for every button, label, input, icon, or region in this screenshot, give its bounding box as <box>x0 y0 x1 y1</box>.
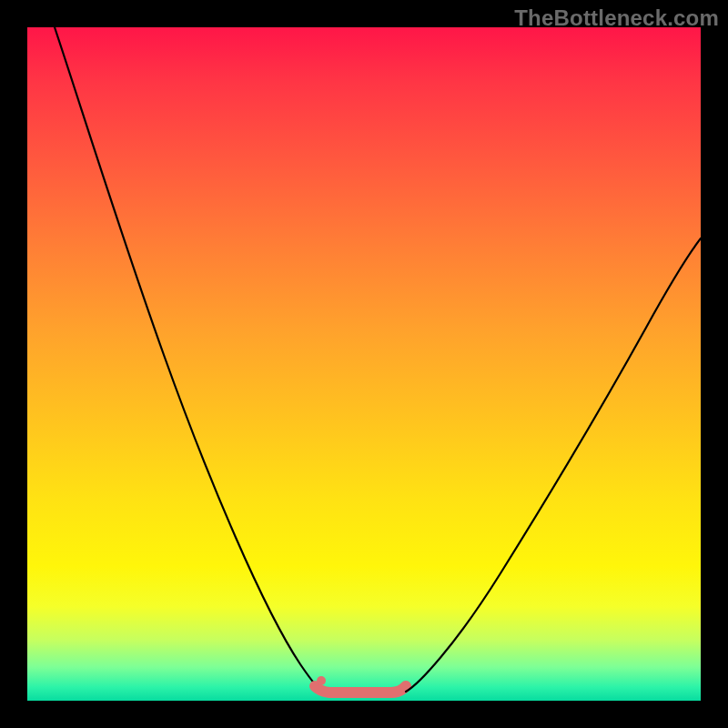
plot-area <box>27 27 701 701</box>
chart-frame: TheBottleneck.com <box>0 0 728 728</box>
curves-svg <box>27 27 701 701</box>
watermark-text: TheBottleneck.com <box>514 5 719 31</box>
flat-minimum-band <box>315 686 406 693</box>
right-curve <box>406 238 701 692</box>
flat-band-dot <box>317 676 326 685</box>
left-curve <box>55 27 324 692</box>
